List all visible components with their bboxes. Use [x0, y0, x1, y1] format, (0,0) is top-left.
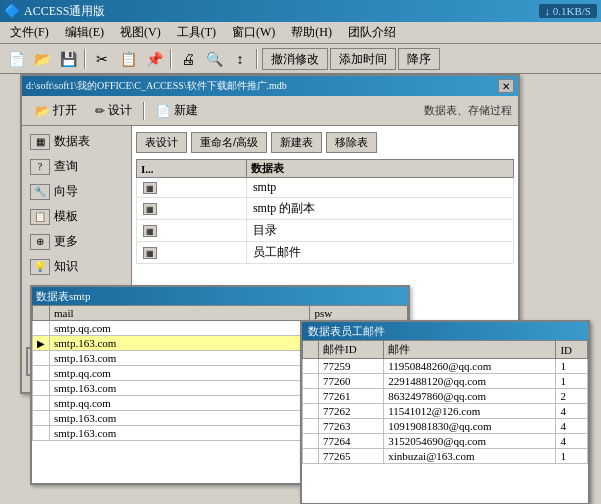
emp-row-mailid: 77263: [319, 419, 384, 434]
new-table-btn[interactable]: 新建表: [271, 132, 322, 153]
table-name-smtp-copy: smtp 的副本: [246, 198, 513, 220]
sidebar-item-more[interactable]: ⊕ 更多: [26, 230, 127, 253]
menu-team[interactable]: 团队介绍: [340, 22, 404, 43]
emp-data-row[interactable]: 77262 11541012@126.com 4: [303, 404, 588, 419]
net-speed: ↓ 0.1KB/S: [539, 4, 597, 18]
emp-data-row[interactable]: 77259 11950848260@qq.com 1: [303, 359, 588, 374]
emp-row-indicator: [303, 374, 319, 389]
db-nav-sep: [143, 102, 145, 120]
emp-data-row[interactable]: 77265 xinbuzai@163.com 1: [303, 449, 588, 464]
emp-data-row[interactable]: 77263 10919081830@qq.com 4: [303, 419, 588, 434]
smtp-row-mail: smtp.qq.com: [50, 396, 310, 411]
db-window-close-btn[interactable]: ✕: [498, 79, 514, 93]
smtp-col-mail: mail: [50, 306, 310, 321]
smtp-row-indicator: [33, 321, 50, 336]
sort-desc-btn[interactable]: 降序: [398, 48, 440, 70]
db-open-btn[interactable]: 📂 打开: [28, 99, 84, 122]
toolbar-new[interactable]: 📄: [4, 47, 28, 71]
toolbar-sep1: [84, 49, 86, 69]
emp-row-indicator: [303, 419, 319, 434]
sidebar-item-knowledge[interactable]: 💡 知识: [26, 255, 127, 278]
sidebar-item-wizard[interactable]: 🔧 向导: [26, 180, 127, 203]
emp-row-indicator: [303, 359, 319, 374]
table-icon: ▦: [143, 182, 157, 194]
menu-help[interactable]: 帮助(H): [283, 22, 340, 43]
menu-window[interactable]: 窗口(W): [224, 22, 283, 43]
menu-bar: 文件(F) 编辑(E) 视图(V) 工具(T) 窗口(W) 帮助(H) 团队介绍: [0, 22, 601, 44]
emp-row-email: 10919081830@qq.com: [384, 419, 556, 434]
db-design-btn[interactable]: ✏ 设计: [88, 99, 139, 122]
smtp-row-indicator: [33, 366, 50, 381]
undo-modify-btn[interactable]: 撤消修改: [262, 48, 328, 70]
design-icon: ✏: [95, 104, 105, 118]
menu-tools[interactable]: 工具(T): [169, 22, 224, 43]
table-row[interactable]: ▦ smtp: [137, 178, 514, 198]
emp-row-id: 4: [556, 404, 588, 419]
emp-row-indicator: [303, 404, 319, 419]
smtp-col-indicator: [33, 306, 50, 321]
toolbar-print[interactable]: 🖨: [176, 47, 200, 71]
db-window-title-bar: d:\soft\soft1\我的OFFICE\C_ACCESS\软件下载邮件推广…: [22, 76, 518, 96]
title-bar-left: 🔷 ACCESS通用版: [4, 3, 105, 20]
table-icon-cell: ▦: [137, 198, 247, 220]
emp-row-id: 1: [556, 374, 588, 389]
sidebar-item-template[interactable]: 📋 模板: [26, 205, 127, 228]
emp-row-id: 1: [556, 359, 588, 374]
emp-row-id: 2: [556, 389, 588, 404]
emp-row-id: 4: [556, 419, 588, 434]
emp-data-table: 邮件ID 邮件 ID 77259 11950848260@qq.com 1 77…: [302, 340, 588, 464]
toolbar-sep2: [170, 49, 172, 69]
table-design-btn[interactable]: 表设计: [136, 132, 187, 153]
app-icon: 🔷: [4, 3, 20, 19]
emp-row-email: 11541012@126.com: [384, 404, 556, 419]
smtp-row-indicator: [33, 396, 50, 411]
toolbar-open[interactable]: 📂: [30, 47, 54, 71]
emp-row-mailid: 77260: [319, 374, 384, 389]
emp-row-id: 1: [556, 449, 588, 464]
emp-row-mailid: 77264: [319, 434, 384, 449]
category-label: 数据表、存储过程: [424, 103, 512, 118]
table-row[interactable]: ▦ 员工邮件: [137, 242, 514, 264]
menu-edit[interactable]: 编辑(E): [57, 22, 112, 43]
sidebar-item-datatable[interactable]: ▦ 数据表: [26, 130, 127, 153]
emp-data-title: 数据表员工邮件: [302, 322, 588, 340]
rename-btn[interactable]: 重命名/高级: [191, 132, 267, 153]
table-row[interactable]: ▦ 目录: [137, 220, 514, 242]
folder-icon: 📂: [35, 104, 50, 118]
db-new-btn[interactable]: 📄 新建: [149, 99, 205, 122]
emp-row-email: 3152054690@qq.com: [384, 434, 556, 449]
table-col-name: 数据表: [246, 160, 513, 178]
emp-data-content: 邮件ID 邮件 ID 77259 11950848260@qq.com 1 77…: [302, 340, 588, 503]
remove-table-btn[interactable]: 移除表: [326, 132, 377, 153]
toolbar-sort[interactable]: ↕: [228, 47, 252, 71]
menu-view[interactable]: 视图(V): [112, 22, 169, 43]
emp-data-row[interactable]: 77264 3152054690@qq.com 4: [303, 434, 588, 449]
smtp-row-indicator: ▶: [33, 336, 50, 351]
emp-data-row[interactable]: 77261 8632497860@qq.com 2: [303, 389, 588, 404]
emp-col-email: 邮件: [384, 341, 556, 359]
db-window-path: d:\soft\soft1\我的OFFICE\C_ACCESS\软件下载邮件推广…: [26, 79, 287, 93]
emp-col-id: ID: [556, 341, 588, 359]
smtp-row-indicator: [33, 351, 50, 366]
smtp-row-mail: smtp.163.com: [50, 351, 310, 366]
emp-row-indicator: [303, 434, 319, 449]
add-time-btn[interactable]: 添加时间: [330, 48, 396, 70]
smtp-row-mail: smtp.163.com: [50, 381, 310, 396]
emp-data-row[interactable]: 77260 2291488120@qq.com 1: [303, 374, 588, 389]
menu-file[interactable]: 文件(F): [2, 22, 57, 43]
toolbar-save[interactable]: 💾: [56, 47, 80, 71]
table-icon: ▦: [143, 225, 157, 237]
sidebar-item-query[interactable]: ? 查询: [26, 155, 127, 178]
toolbar-cut[interactable]: ✂: [90, 47, 114, 71]
smtp-row-indicator: [33, 411, 50, 426]
title-bar-right: ↓ 0.1KB/S: [539, 4, 597, 18]
more-icon: ⊕: [30, 234, 50, 250]
toolbar: 📄 📂 💾 ✂ 📋 📌 🖨 🔍 ↕ 撤消修改 添加时间 降序: [0, 44, 601, 74]
toolbar-find[interactable]: 🔍: [202, 47, 226, 71]
emp-row-email: xinbuzai@163.com: [384, 449, 556, 464]
table-icon: ▦: [143, 247, 157, 259]
toolbar-copy[interactable]: 📋: [116, 47, 140, 71]
smtp-row-indicator: [33, 426, 50, 441]
table-row[interactable]: ▦ smtp 的副本: [137, 198, 514, 220]
toolbar-paste[interactable]: 📌: [142, 47, 166, 71]
